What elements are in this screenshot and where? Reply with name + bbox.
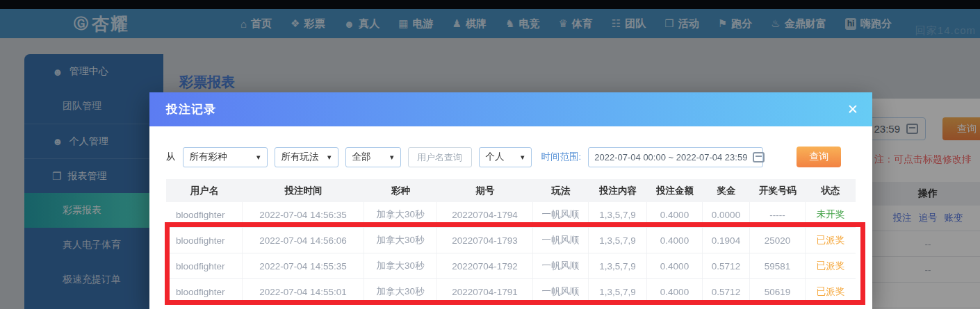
table-cell: 0.4000 bbox=[647, 228, 703, 253]
table-header-cell: 开奖号码 bbox=[750, 185, 806, 197]
table-cell: ----- bbox=[750, 202, 806, 227]
chevron-down-icon: ▾ bbox=[327, 153, 332, 162]
table-cell: 加拿大30秒 bbox=[364, 279, 437, 304]
modal-filter-bar: 从 所有彩种 ▾ 所有玩法 ▾ 全部 ▾ 个人 ▾ 时间范围: 2022-07-… bbox=[166, 147, 861, 167]
table-row: bloodfighter2022-07-04 14:56:06加拿大30秒202… bbox=[166, 228, 856, 253]
table-cell: 1,3,5,7,9 bbox=[589, 279, 647, 304]
table-cell: 0.5712 bbox=[703, 253, 750, 278]
modal-query-button[interactable]: 查询 bbox=[797, 147, 841, 167]
table-cell: bloodfighter bbox=[166, 279, 243, 304]
table-cell: 0.0000 bbox=[703, 202, 750, 227]
table-cell: 加拿大30秒 bbox=[364, 253, 437, 278]
table-cell: 20220704-1792 bbox=[437, 253, 533, 278]
table-cell: 2022-07-04 14:55:01 bbox=[243, 279, 364, 304]
status-filter-value: 全部 bbox=[352, 151, 371, 163]
table-cell: 1,3,5,7,9 bbox=[589, 228, 647, 253]
bet-table-body: bloodfighter2022-07-04 14:56:35加拿大30秒202… bbox=[166, 202, 856, 305]
bet-table-header: 用户名投注时间彩种期号玩法投注内容投注金额奖金开奖号码状态 bbox=[166, 179, 856, 202]
table-cell: 0.4000 bbox=[647, 202, 703, 227]
table-header-cell: 投注时间 bbox=[243, 185, 364, 197]
table-header-cell: 状态 bbox=[806, 185, 856, 197]
screen: Ⓖ 杏耀 ⌂首页❖彩票☻真人▦电游♟棋牌♞电竞♛体育☷团队❒活动⚑跑分♨金鼎财富… bbox=[0, 0, 980, 309]
bet-records-modal: 投注记录 ✕ 从 所有彩种 ▾ 所有玩法 ▾ 全部 ▾ 个人 ▾ 时间范围: bbox=[149, 92, 872, 309]
table-cell: 1,3,5,7,9 bbox=[589, 202, 647, 227]
table-header-cell: 彩种 bbox=[364, 185, 437, 197]
table-header-cell: 投注金额 bbox=[647, 185, 703, 197]
time-range-value: 2022-07-04 00:00 ~ 2022-07-04 23:59 bbox=[594, 152, 747, 162]
status-badge: 未开奖 bbox=[806, 202, 856, 227]
table-cell: bloodfighter bbox=[166, 228, 243, 253]
scope-value: 个人 bbox=[486, 151, 505, 163]
status-badge: 已派奖 bbox=[806, 228, 856, 253]
play-type-value: 所有玩法 bbox=[281, 151, 319, 163]
table-cell: 2022-07-04 14:55:35 bbox=[243, 253, 364, 278]
table-header-cell: 投注内容 bbox=[589, 185, 647, 197]
table-cell: bloodfighter bbox=[166, 202, 243, 227]
status-badge: 已派奖 bbox=[806, 253, 856, 278]
table-header-cell: 奖金 bbox=[703, 185, 750, 197]
status-badge: 已派奖 bbox=[806, 279, 856, 304]
table-cell: 2022-07-04 14:56:35 bbox=[243, 202, 364, 227]
table-cell: 0.4000 bbox=[647, 253, 703, 278]
table-cell: 20220704-1794 bbox=[437, 202, 533, 227]
table-cell: 25020 bbox=[750, 228, 806, 253]
chevron-down-icon: ▾ bbox=[256, 153, 261, 162]
table-row: bloodfighter2022-07-04 14:55:35加拿大30秒202… bbox=[166, 253, 856, 279]
bet-records-table: 用户名投注时间彩种期号玩法投注内容投注金额奖金开奖号码状态 bloodfight… bbox=[166, 179, 856, 305]
chevron-down-icon: ▾ bbox=[521, 153, 525, 162]
modal-title: 投注记录 bbox=[166, 92, 216, 126]
table-row: bloodfighter2022-07-04 14:55:01加拿大30秒202… bbox=[166, 279, 856, 305]
username-search-input[interactable] bbox=[408, 147, 472, 167]
play-type-select[interactable]: 所有玩法 ▾ bbox=[275, 147, 338, 167]
time-range-label: 时间范围: bbox=[541, 151, 582, 163]
table-cell: 一帆风顺 bbox=[533, 202, 589, 227]
scope-select[interactable]: 个人 ▾ bbox=[479, 147, 532, 167]
table-cell: bloodfighter bbox=[166, 253, 243, 278]
table-cell: 一帆风顺 bbox=[533, 228, 589, 253]
from-label: 从 bbox=[166, 151, 176, 163]
table-cell: 一帆风顺 bbox=[533, 279, 589, 304]
table-cell: 一帆风顺 bbox=[533, 253, 589, 278]
table-header-cell: 玩法 bbox=[533, 185, 589, 197]
table-cell: 50619 bbox=[750, 279, 806, 304]
status-filter-select[interactable]: 全部 ▾ bbox=[345, 147, 401, 167]
modal-header: 投注记录 ✕ bbox=[149, 92, 872, 126]
lottery-type-select[interactable]: 所有彩种 ▾ bbox=[183, 147, 268, 167]
time-range-input[interactable]: 2022-07-04 00:00 ~ 2022-07-04 23:59 bbox=[588, 147, 763, 167]
table-cell: 加拿大30秒 bbox=[364, 228, 437, 253]
table-cell: 1,3,5,7,9 bbox=[589, 253, 647, 278]
table-cell: 20220704-1793 bbox=[437, 228, 533, 253]
table-cell: 加拿大30秒 bbox=[364, 202, 437, 227]
table-cell: 2022-07-04 14:56:06 bbox=[243, 228, 364, 253]
chevron-down-icon: ▾ bbox=[390, 153, 394, 162]
table-cell: 0.4000 bbox=[647, 279, 703, 304]
table-header-cell: 用户名 bbox=[166, 185, 243, 197]
table-cell: 20220704-1791 bbox=[437, 279, 533, 304]
close-icon[interactable]: ✕ bbox=[847, 92, 858, 126]
table-header-cell: 期号 bbox=[437, 185, 533, 197]
table-row: bloodfighter2022-07-04 14:56:35加拿大30秒202… bbox=[166, 202, 856, 228]
table-cell: 0.1904 bbox=[703, 228, 750, 253]
lottery-type-value: 所有彩种 bbox=[190, 151, 227, 163]
calendar-icon bbox=[753, 152, 765, 162]
table-cell: 0.5712 bbox=[703, 279, 750, 304]
table-cell: 59581 bbox=[750, 253, 806, 278]
